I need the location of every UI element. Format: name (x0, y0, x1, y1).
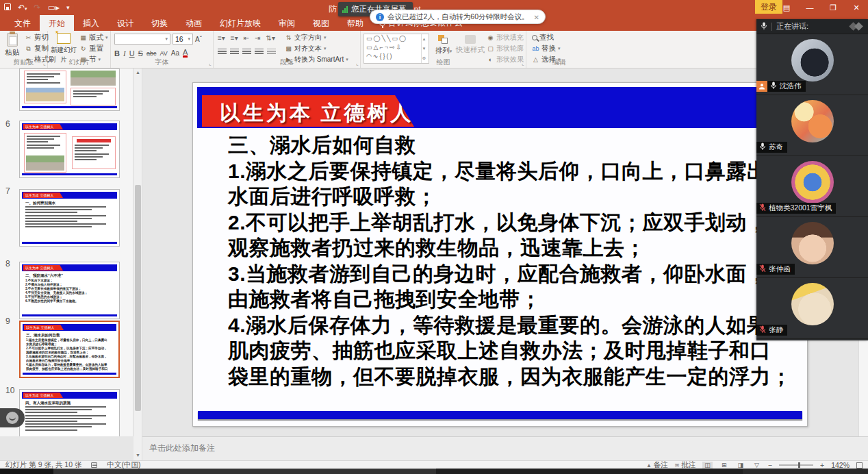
tab-animation[interactable]: 动画 (177, 15, 211, 31)
shape-outline-button[interactable]: ▢形状轮廓 (487, 44, 524, 53)
align-left-icon[interactable] (218, 49, 227, 55)
reset-button[interactable]: ↻重置 (79, 44, 108, 53)
notes-toggle-label: 备注 (654, 460, 668, 469)
thumbnail-number: 7 (5, 186, 18, 196)
tab-transition[interactable]: 切换 (142, 15, 177, 31)
drawing-dialog-launcher-icon[interactable]: ⌞ (522, 60, 524, 66)
thumb-banner: 以生为本 立德树人 (23, 192, 63, 198)
align-center-icon[interactable] (230, 49, 239, 55)
tab-slideshow[interactable]: 幻灯片放映 (211, 15, 270, 31)
numbering-icon[interactable]: ≡▾ (231, 34, 238, 42)
slide-text-box[interactable]: 三、溺水后如何自救1.溺水之后要保持镇定，尽量将头后仰，口向上，口鼻露出水面后进… (228, 132, 803, 389)
group-slides: 新建幻灯片 ▦版式▾ ↻重置 ▩节▾ 幻灯片 (48, 31, 111, 68)
paste-button[interactable]: 粘贴 (1, 33, 24, 58)
thumbnail-slide-5[interactable] (19, 68, 120, 111)
zoom-slider[interactable] (779, 464, 813, 466)
grow-font-icon[interactable]: Aˇ (195, 36, 202, 43)
group-editing: 查找 ab替换▾ △选择▾ 编辑 (526, 31, 591, 68)
close-icon[interactable]: ✕ (845, 0, 868, 15)
tab-design[interactable]: 设计 (108, 15, 142, 31)
tab-file[interactable]: 文件 (5, 15, 40, 31)
quick-styles-button[interactable]: 快速样式 (455, 35, 485, 55)
arrange-button[interactable]: 排列▾ (432, 35, 455, 55)
underline-button[interactable]: U (129, 49, 135, 58)
minimize-icon[interactable]: — (798, 0, 821, 15)
fit-to-window-icon[interactable] (856, 462, 863, 469)
tab-review[interactable]: 审阅 (270, 15, 304, 31)
change-case-icon[interactable]: Aa (171, 49, 179, 57)
layout-button[interactable]: ▦版式▾ (79, 33, 108, 42)
font-size-combo[interactable]: 16▾ (173, 34, 193, 45)
participant-tile[interactable]: 张仲函 (756, 217, 868, 278)
taskbar-app-segment[interactable] (53, 469, 436, 474)
italic-button[interactable]: I (123, 49, 126, 58)
thumb5-photo2 (71, 71, 116, 86)
taskbar-start-segment[interactable] (0, 469, 53, 474)
undo-icon[interactable]: ↶▾ (18, 3, 27, 12)
notification-close-icon[interactable] (533, 13, 539, 21)
start-slideshow-icon[interactable]: ▭▸ (48, 3, 60, 12)
thumbnail-slide-10[interactable]: 以生为本 立德树人 四、有人溺水应采取的措施 (19, 389, 120, 436)
thumbnail-scrollbar[interactable]: ▲ ▼ (133, 68, 142, 460)
paragraph-dialog-launcher-icon[interactable]: ⌞ (356, 60, 359, 66)
participant-tile[interactable]: 张静 (756, 278, 868, 339)
decrease-indent-icon[interactable]: ⇤ (244, 34, 249, 42)
save-icon[interactable] (4, 3, 11, 12)
redo-icon: ↷ (34, 3, 41, 12)
bold-button[interactable]: B (114, 49, 120, 58)
clipboard-dialog-launcher-icon[interactable]: ⌞ (43, 60, 46, 66)
strikethrough-button[interactable]: S (138, 49, 143, 58)
qat-customize-icon[interactable]: ▾ (66, 4, 70, 11)
thumbnail-slide-8[interactable]: 以生为本 立德树人 二、预防溺水“六不准” 1.不私自下水游泳；2.不擅自与他人… (19, 262, 120, 319)
scroll-up-icon[interactable]: ▲ (133, 70, 142, 75)
participant-tile[interactable]: 苏奇 (756, 95, 868, 156)
thumbnail-slide-6[interactable]: 以生为本 立德树人 (19, 121, 120, 178)
find-button[interactable]: 查找 (532, 33, 561, 42)
taskbar-tray-segment[interactable] (743, 469, 868, 474)
scroll-down-icon[interactable]: ▼ (133, 453, 142, 458)
font-name-combo[interactable]: ▾ (114, 34, 170, 45)
tab-view[interactable]: 视图 (304, 15, 338, 31)
thumb8-title: 二、预防溺水“六不准” (25, 273, 115, 278)
tab-help[interactable]: 帮助 (338, 15, 372, 31)
font-dialog-launcher-icon[interactable]: ⌞ (209, 60, 212, 66)
shape-fill-button[interactable]: ◉形状填充 (487, 33, 524, 42)
taskbar[interactable] (0, 469, 868, 474)
normal-view-icon[interactable]: ◫ (702, 462, 713, 469)
ribbon-display-options-icon[interactable]: ▤ (775, 0, 798, 15)
justify-icon[interactable] (255, 49, 264, 55)
thumbnail-slide-9-selected[interactable]: 以生为本 立德树人 三、溺水后如何自救 1.溺水之后要保持镇定，尽量将头后仰，口… (19, 321, 120, 378)
thumbnail-slide-7[interactable]: 以生为本 立德树人 一、如何辨别溺水 (19, 189, 120, 247)
reset-label: 重置 (89, 44, 103, 53)
floating-meeting-toggle[interactable] (0, 408, 25, 427)
zoom-slider-handle[interactable] (798, 462, 800, 468)
slide-text-line: 三、溺水后如何自救 (228, 132, 803, 158)
replace-button[interactable]: ab替换▾ (532, 44, 561, 53)
tab-insert[interactable]: 插入 (74, 15, 108, 31)
scrollbar-thumb[interactable] (135, 185, 141, 411)
slide-sorter-icon[interactable]: ⊞ (719, 462, 729, 469)
font-color-icon[interactable]: A (183, 49, 188, 58)
slide-9[interactable]: 以生为本 立德树人 三、溺水后如何自救1.溺水之后要保持镇定，尽量将头后仰，口向… (192, 82, 808, 427)
group-clipboard-label: 剪贴板 (0, 58, 47, 67)
participant-tile[interactable]: 沈浩伟 (756, 34, 868, 95)
line-spacing-icon[interactable]: ⇅▾ (266, 34, 275, 42)
align-right-icon[interactable] (242, 49, 251, 55)
tab-home[interactable]: 开始 (40, 15, 74, 31)
clear-formatting-icon[interactable]: abc (146, 50, 157, 57)
columns-icon[interactable] (267, 49, 276, 55)
restore-icon[interactable]: ❐ (821, 0, 845, 15)
reading-view-icon[interactable]: ◨ (735, 462, 745, 469)
character-spacing-icon[interactable]: AV (159, 50, 167, 57)
text-direction-button[interactable]: ⇅文字方向▾ (285, 33, 348, 42)
notes-pane[interactable]: 单击此处添加备注 (142, 436, 868, 460)
slideshow-view-icon[interactable]: ▽ (752, 462, 761, 469)
bullets-icon[interactable]: ≡▾ (218, 34, 225, 42)
participant-tile[interactable]: 植物类32001雷宇枫 (756, 156, 868, 217)
increase-indent-icon[interactable]: ⇥ (255, 34, 260, 42)
floating-toggle-icon (6, 412, 18, 424)
spellcheck-icon[interactable] (91, 462, 97, 468)
align-text-button[interactable]: ▩对齐文本▾ (285, 44, 348, 53)
scissors-icon: ✂ (25, 34, 32, 41)
slide-text-line: 肌肉疲劳、抽筋也应采取上述自救办法；及时甩掉鞋子和口 (228, 338, 803, 364)
